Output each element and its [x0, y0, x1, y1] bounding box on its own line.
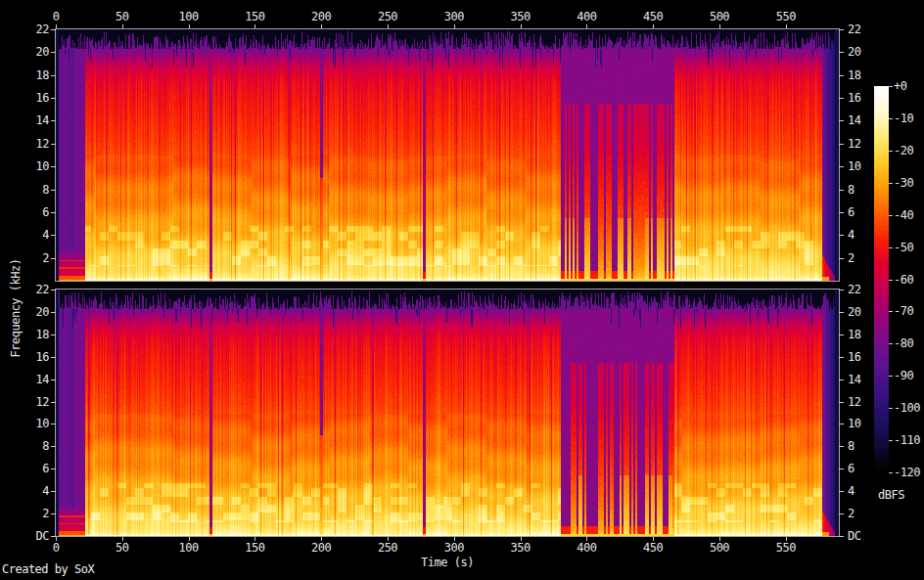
- x-tick-mark-top: [56, 24, 57, 28]
- colorbar-tick-label: -30: [894, 177, 913, 189]
- y-tick-mark-left: [51, 258, 56, 259]
- colorbar-tick-label: +0: [894, 80, 906, 92]
- y-tick-mark-left: [51, 402, 56, 403]
- y-tick-mark-right: [839, 166, 844, 167]
- colorbar-tick-mark: [889, 376, 893, 377]
- y-tick-label-left: 2: [20, 252, 49, 264]
- x-axis-title: Time (s): [421, 556, 474, 569]
- x-tick-label-top: 200: [311, 11, 331, 22]
- x-tick-label-top: 0: [53, 11, 60, 22]
- y-tick-mark-left: [51, 357, 56, 358]
- y-tick-label-right: 8: [848, 184, 855, 196]
- y-tick-label-left: 10: [20, 418, 49, 429]
- y-tick-label-left: 22: [20, 23, 49, 35]
- colorbar-tick-mark: [889, 215, 893, 216]
- y-tick-label-right: 6: [848, 463, 855, 474]
- x-tick-label-bottom: 350: [511, 542, 531, 554]
- x-tick-mark-top: [122, 24, 123, 28]
- y-tick-label-right: 4: [848, 229, 855, 241]
- x-tick-mark-top: [388, 24, 389, 28]
- y-tick-label-left: 4: [20, 485, 49, 497]
- y-tick-mark-left: [51, 98, 56, 99]
- y-tick-mark-right: [839, 212, 844, 213]
- y-tick-label-left: 16: [20, 92, 49, 104]
- colorbar-tick-label: -70: [894, 305, 913, 317]
- x-tick-label-top: 250: [378, 11, 397, 22]
- x-tick-label-top: 450: [643, 11, 663, 22]
- y-tick-mark-left: [51, 144, 56, 145]
- y-tick-label-right: DC: [848, 530, 860, 542]
- y-tick-label-right: 2: [848, 252, 855, 264]
- y-tick-label-right: 8: [848, 440, 855, 452]
- x-tick-mark-top: [653, 24, 654, 28]
- y-tick-label-left: 18: [20, 329, 49, 340]
- y-tick-mark-right: [839, 335, 844, 335]
- x-tick-label-top: 500: [710, 11, 729, 22]
- y-tick-mark-left: [51, 75, 56, 76]
- y-tick-label-left: 6: [20, 463, 49, 474]
- y-tick-label-right: 16: [848, 92, 860, 104]
- x-tick-label-bottom: 200: [311, 542, 331, 554]
- y-tick-label-right: 22: [848, 23, 860, 35]
- colorbar-tick-mark: [889, 311, 893, 312]
- y-tick-mark-left: [51, 491, 56, 492]
- x-tick-mark-top: [521, 24, 522, 28]
- x-tick-label-bottom: 0: [53, 542, 60, 554]
- y-tick-mark-right: [839, 357, 844, 358]
- y-tick-label-left: 8: [20, 440, 49, 452]
- colorbar-tick-label: -60: [894, 274, 913, 286]
- y-tick-label-right: 20: [848, 306, 860, 318]
- y-tick-mark-right: [839, 235, 844, 236]
- y-tick-label-right: 18: [848, 329, 860, 340]
- colorbar-tick-label: -110: [894, 434, 920, 446]
- colorbar-tick-mark: [889, 151, 893, 152]
- y-tick-label-left: 10: [20, 160, 49, 172]
- x-tick-label-bottom: 50: [116, 542, 128, 554]
- x-tick-label-bottom: 100: [179, 542, 199, 554]
- y-tick-mark-left: [51, 235, 56, 236]
- colorbar-tick-label: -120: [894, 467, 920, 478]
- y-tick-mark-right: [839, 402, 844, 403]
- x-tick-mark-top: [786, 24, 787, 28]
- colorbar-tick-mark: [889, 440, 893, 441]
- y-tick-mark-right: [839, 513, 844, 514]
- y-tick-label-right: 10: [848, 418, 860, 429]
- y-tick-mark-right: [839, 120, 844, 121]
- y-tick-mark-left: [51, 166, 56, 167]
- colorbar-tick-mark: [889, 118, 893, 119]
- x-tick-label-bottom: 250: [378, 542, 397, 554]
- y-tick-mark-left: [51, 190, 56, 191]
- created-by-sox-footer: Created by SoX: [2, 562, 94, 576]
- spectrogram-canvas-channel-1: [56, 29, 839, 281]
- spectrogram-canvas-channel-2: [56, 290, 839, 536]
- y-tick-mark-left: [51, 536, 56, 537]
- y-tick-mark-right: [839, 312, 844, 313]
- y-tick-mark-left: [51, 468, 56, 469]
- y-tick-mark-left: [51, 513, 56, 514]
- colorbar-tick-label: -10: [894, 112, 913, 124]
- y-tick-mark-right: [839, 258, 844, 259]
- colorbar-tick-label: -40: [894, 209, 913, 221]
- x-tick-label-bottom: 300: [444, 542, 464, 554]
- x-tick-label-top: 400: [577, 11, 596, 22]
- colorbar-tick-mark: [889, 408, 893, 409]
- colorbar-unit-label: dBFS: [878, 488, 904, 502]
- y-tick-mark-left: [51, 424, 56, 424]
- spectrogram-figure: Frequency (kHz) Time (s) dBFS Created by…: [0, 0, 924, 580]
- y-tick-mark-right: [839, 290, 844, 290]
- y-tick-mark-left: [51, 29, 56, 30]
- y-tick-label-right: 2: [848, 508, 855, 519]
- colorbar-tick-mark: [889, 86, 893, 87]
- colorbar-tick-label: -50: [894, 242, 913, 253]
- y-tick-mark-right: [839, 379, 844, 380]
- y-tick-label-left: 16: [20, 351, 49, 363]
- y-tick-label-left: 4: [20, 229, 49, 241]
- y-tick-mark-left: [51, 120, 56, 121]
- y-tick-label-left: DC: [20, 530, 49, 542]
- x-tick-label-bottom: 150: [245, 542, 264, 554]
- colorbar-tick-label: -90: [894, 370, 913, 381]
- colorbar-tick-label: -80: [894, 337, 913, 349]
- colorbar-tick-label: -100: [894, 402, 920, 414]
- y-tick-label-right: 12: [848, 138, 860, 150]
- x-tick-label-top: 550: [776, 11, 796, 22]
